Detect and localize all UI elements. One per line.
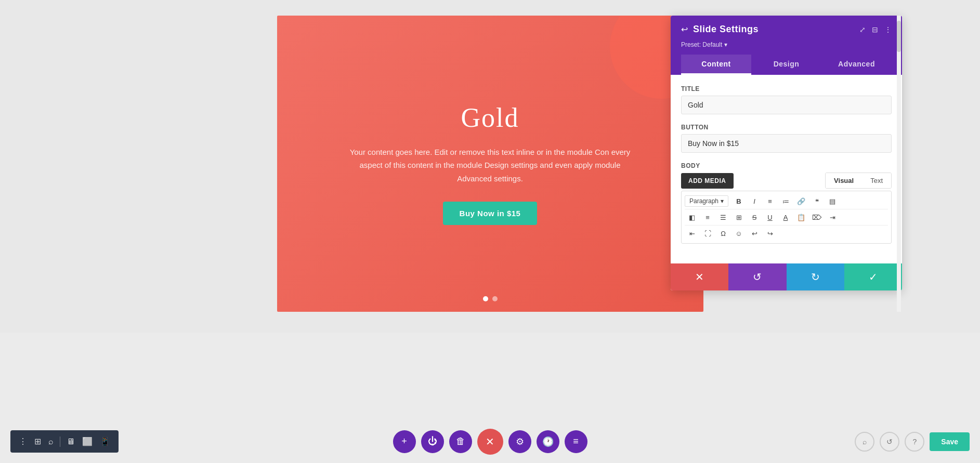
paste-button[interactable]: 📋 [794,210,808,224]
paragraph-chevron: ▾ [721,197,724,205]
power-button[interactable]: ⏻ [421,430,444,453]
tab-design[interactable]: Design [751,55,821,75]
align-left-button[interactable]: ◧ [685,210,699,224]
history-button[interactable]: 🕐 [537,430,559,453]
panel-title-icons: ⤢ ⊟ ⋮ [859,25,892,34]
tablet-icon[interactable]: ⬜ [80,434,95,448]
close-button[interactable]: ✕ [477,429,503,455]
more-options-button[interactable]: ≡ [565,430,587,453]
toolbar-row-2: ◧ ≡ ☰ ⊞ S U A 📋 ⌦ ⇥ [685,209,888,225]
redo-button[interactable]: ↻ [787,263,844,290]
preset-row[interactable]: Preset: Default ▾ [681,41,892,48]
title-field-group: Title [681,85,892,114]
cancel-button[interactable]: ✕ [671,263,728,290]
menu-icon[interactable]: ⋮ [17,434,29,448]
emoji-button[interactable]: ☺ [731,227,746,240]
body-toolbar-top: ADD MEDIA Visual Text [681,173,892,189]
paragraph-label: Paragraph [689,197,718,205]
button-input[interactable] [681,134,892,153]
settings-panel: ↩ Slide Settings ⤢ ⊟ ⋮ Preset: Default ▾… [671,16,902,290]
align-right-button[interactable]: ▤ [825,194,840,208]
outdent-button[interactable]: ⇤ [685,227,699,240]
search-global-button[interactable]: ⌕ [855,432,874,452]
separator-1 [60,436,60,447]
text-color-button[interactable]: A [778,210,793,224]
italic-button[interactable]: I [747,194,762,208]
bottom-toolbar: ⋮ ⊞ ⌕ 🖥 ⬜ 📱 + ⏻ 🗑 ✕ ⚙ 🕐 ≡ ⌕ ↺ ? Save [0,430,980,453]
tab-advanced[interactable]: Advanced [821,55,892,75]
undo-button[interactable]: ↺ [728,263,786,290]
text-button[interactable]: Text [862,173,891,188]
panel-title-left: ↩ Slide Settings [681,24,759,35]
scrollbar-track[interactable] [897,16,901,312]
slide-cta-button[interactable]: Buy Now in $15 [443,202,538,225]
expand-icon[interactable]: ⤢ [859,25,866,34]
body-label: Body [681,162,892,169]
add-media-button[interactable]: ADD MEDIA [681,173,734,189]
mobile-icon[interactable]: 📱 [98,434,112,448]
bottom-left-toolbar: ⋮ ⊞ ⌕ 🖥 ⬜ 📱 [10,430,119,453]
toolbar-row-3: ⇤ ⛶ Ω ☺ ↩ ↪ [685,225,888,241]
redo-editor-button[interactable]: ↪ [763,227,777,240]
ordered-list-button[interactable]: ≔ [778,194,793,208]
help-button[interactable]: ? [905,432,924,452]
indent-button[interactable]: ⇥ [825,210,840,224]
scrollbar-thumb[interactable] [897,21,901,52]
body-field-group: Body ADD MEDIA Visual Text Paragraph [681,162,892,244]
columns-icon[interactable]: ⊟ [872,25,878,34]
panel-content: Title Button Body ADD MEDIA Visual Te [671,75,902,263]
button-field-group: Button [681,124,892,153]
back-icon[interactable]: ↩ [681,24,688,34]
toolbar-row-1: Paragraph ▾ B I ≡ ≔ 🔗 ❝ ▤ [685,193,888,209]
clear-format-button[interactable]: ⌦ [809,210,824,224]
save-changes-button[interactable]: ✓ [844,263,902,290]
visual-text-toggle: Visual Text [825,173,892,189]
slide-dots [483,296,498,301]
button-label: Button [681,124,892,131]
slide-preview: Gold Your content goes here. Edit or rem… [277,16,703,312]
panel-header: ↩ Slide Settings ⤢ ⊟ ⋮ Preset: Default ▾… [671,16,902,75]
canvas-area: Gold Your content goes here. Edit or rem… [0,0,980,333]
history-global-button[interactable]: ↺ [880,432,899,452]
dot-2[interactable] [492,296,498,301]
align-center-button[interactable]: ≡ [700,210,715,224]
tab-content[interactable]: Content [681,55,751,75]
paragraph-select[interactable]: Paragraph ▾ [685,195,728,207]
add-button[interactable]: + [393,430,416,453]
align-justify-button[interactable]: ☰ [716,210,730,224]
bottom-center-toolbar: + ⏻ 🗑 ✕ ⚙ 🕐 ≡ [393,429,587,455]
title-label: Title [681,85,892,92]
editor-toolbar: Paragraph ▾ B I ≡ ≔ 🔗 ❝ ▤ ◧ [681,191,892,244]
panel-title-row: ↩ Slide Settings ⤢ ⊟ ⋮ [681,24,892,35]
settings-button[interactable]: ⚙ [508,430,531,453]
undo-editor-button[interactable]: ↩ [747,227,762,240]
visual-button[interactable]: Visual [826,173,862,188]
search-icon[interactable]: ⌕ [46,435,56,448]
fullscreen-button[interactable]: ⛶ [700,227,715,240]
title-input[interactable] [681,96,892,114]
more-icon[interactable]: ⋮ [884,25,892,34]
bold-button[interactable]: B [731,194,746,208]
panel-title: Slide Settings [693,24,759,35]
panel-tabs: Content Design Advanced [681,55,892,75]
unordered-list-button[interactable]: ≡ [763,194,777,208]
grid-icon[interactable]: ⊞ [32,434,43,448]
delete-button[interactable]: 🗑 [449,430,472,453]
dot-1[interactable] [483,296,488,301]
strikethrough-button[interactable]: S [747,210,762,224]
desktop-icon[interactable]: 🖥 [64,435,77,448]
bottom-right-toolbar: ⌕ ↺ ? Save [855,432,970,452]
link-button[interactable]: 🔗 [794,194,808,208]
table-button[interactable]: ⊞ [731,210,746,224]
blockquote-button[interactable]: ❝ [809,194,824,208]
slide-title: Gold [461,102,519,133]
slide-body: Your content goes here. Edit or remove t… [334,145,646,186]
main-save-button[interactable]: Save [930,432,970,451]
omega-button[interactable]: Ω [716,227,730,240]
underline-button[interactable]: U [763,210,777,224]
panel-footer: ✕ ↺ ↻ ✓ [671,263,902,290]
